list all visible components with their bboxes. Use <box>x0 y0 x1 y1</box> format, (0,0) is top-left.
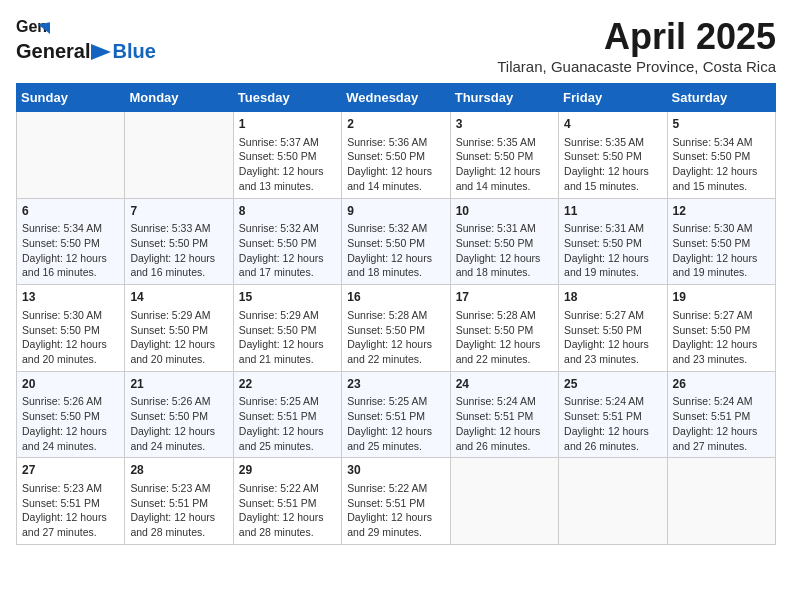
day-number: 27 <box>22 462 119 479</box>
day-info: Sunrise: 5:24 AM Sunset: 5:51 PM Dayligh… <box>564 394 661 453</box>
calendar-cell: 1Sunrise: 5:37 AM Sunset: 5:50 PM Daylig… <box>233 112 341 199</box>
day-info: Sunrise: 5:26 AM Sunset: 5:50 PM Dayligh… <box>22 394 119 453</box>
day-info: Sunrise: 5:26 AM Sunset: 5:50 PM Dayligh… <box>130 394 227 453</box>
day-number: 22 <box>239 376 336 393</box>
calendar-cell: 20Sunrise: 5:26 AM Sunset: 5:50 PM Dayli… <box>17 371 125 458</box>
day-info: Sunrise: 5:35 AM Sunset: 5:50 PM Dayligh… <box>456 135 553 194</box>
month-title: April 2025 <box>497 16 776 58</box>
day-info: Sunrise: 5:31 AM Sunset: 5:50 PM Dayligh… <box>564 221 661 280</box>
day-number: 3 <box>456 116 553 133</box>
day-info: Sunrise: 5:35 AM Sunset: 5:50 PM Dayligh… <box>564 135 661 194</box>
day-number: 18 <box>564 289 661 306</box>
logo: General General Blue <box>16 16 156 63</box>
day-info: Sunrise: 5:22 AM Sunset: 5:51 PM Dayligh… <box>239 481 336 540</box>
title-block: April 2025 Tilaran, Guanacaste Province,… <box>497 16 776 75</box>
calendar-cell: 19Sunrise: 5:27 AM Sunset: 5:50 PM Dayli… <box>667 285 775 372</box>
day-number: 26 <box>673 376 770 393</box>
column-header-thursday: Thursday <box>450 84 558 112</box>
day-number: 12 <box>673 203 770 220</box>
day-info: Sunrise: 5:22 AM Sunset: 5:51 PM Dayligh… <box>347 481 444 540</box>
logo-arrow-icon <box>91 44 111 60</box>
calendar-week-3: 13Sunrise: 5:30 AM Sunset: 5:50 PM Dayli… <box>17 285 776 372</box>
calendar-cell: 25Sunrise: 5:24 AM Sunset: 5:51 PM Dayli… <box>559 371 667 458</box>
calendar-cell <box>125 112 233 199</box>
day-number: 19 <box>673 289 770 306</box>
day-number: 11 <box>564 203 661 220</box>
calendar-cell: 6Sunrise: 5:34 AM Sunset: 5:50 PM Daylig… <box>17 198 125 285</box>
day-info: Sunrise: 5:36 AM Sunset: 5:50 PM Dayligh… <box>347 135 444 194</box>
column-header-monday: Monday <box>125 84 233 112</box>
day-number: 8 <box>239 203 336 220</box>
calendar-cell <box>559 458 667 545</box>
day-info: Sunrise: 5:34 AM Sunset: 5:50 PM Dayligh… <box>22 221 119 280</box>
calendar-cell: 14Sunrise: 5:29 AM Sunset: 5:50 PM Dayli… <box>125 285 233 372</box>
day-info: Sunrise: 5:25 AM Sunset: 5:51 PM Dayligh… <box>239 394 336 453</box>
day-info: Sunrise: 5:25 AM Sunset: 5:51 PM Dayligh… <box>347 394 444 453</box>
day-info: Sunrise: 5:34 AM Sunset: 5:50 PM Dayligh… <box>673 135 770 194</box>
day-number: 15 <box>239 289 336 306</box>
day-info: Sunrise: 5:24 AM Sunset: 5:51 PM Dayligh… <box>456 394 553 453</box>
calendar-cell: 18Sunrise: 5:27 AM Sunset: 5:50 PM Dayli… <box>559 285 667 372</box>
logo-blue-text: Blue <box>112 40 155 63</box>
calendar-week-1: 1Sunrise: 5:37 AM Sunset: 5:50 PM Daylig… <box>17 112 776 199</box>
calendar-cell: 9Sunrise: 5:32 AM Sunset: 5:50 PM Daylig… <box>342 198 450 285</box>
location-title: Tilaran, Guanacaste Province, Costa Rica <box>497 58 776 75</box>
calendar-table: SundayMondayTuesdayWednesdayThursdayFrid… <box>16 83 776 545</box>
day-info: Sunrise: 5:29 AM Sunset: 5:50 PM Dayligh… <box>130 308 227 367</box>
day-number: 17 <box>456 289 553 306</box>
calendar-cell: 11Sunrise: 5:31 AM Sunset: 5:50 PM Dayli… <box>559 198 667 285</box>
day-info: Sunrise: 5:32 AM Sunset: 5:50 PM Dayligh… <box>239 221 336 280</box>
calendar-cell <box>17 112 125 199</box>
column-header-saturday: Saturday <box>667 84 775 112</box>
calendar-cell <box>450 458 558 545</box>
calendar-cell: 2Sunrise: 5:36 AM Sunset: 5:50 PM Daylig… <box>342 112 450 199</box>
day-info: Sunrise: 5:29 AM Sunset: 5:50 PM Dayligh… <box>239 308 336 367</box>
calendar-week-2: 6Sunrise: 5:34 AM Sunset: 5:50 PM Daylig… <box>17 198 776 285</box>
calendar-header-row: SundayMondayTuesdayWednesdayThursdayFrid… <box>17 84 776 112</box>
calendar-cell: 7Sunrise: 5:33 AM Sunset: 5:50 PM Daylig… <box>125 198 233 285</box>
page-header: General General Blue April 2025 Tilaran,… <box>16 16 776 75</box>
day-number: 14 <box>130 289 227 306</box>
calendar-cell: 30Sunrise: 5:22 AM Sunset: 5:51 PM Dayli… <box>342 458 450 545</box>
logo-general-text: General <box>16 40 90 63</box>
day-info: Sunrise: 5:24 AM Sunset: 5:51 PM Dayligh… <box>673 394 770 453</box>
day-info: Sunrise: 5:23 AM Sunset: 5:51 PM Dayligh… <box>130 481 227 540</box>
calendar-week-4: 20Sunrise: 5:26 AM Sunset: 5:50 PM Dayli… <box>17 371 776 458</box>
calendar-cell: 29Sunrise: 5:22 AM Sunset: 5:51 PM Dayli… <box>233 458 341 545</box>
day-number: 25 <box>564 376 661 393</box>
day-info: Sunrise: 5:27 AM Sunset: 5:50 PM Dayligh… <box>564 308 661 367</box>
day-number: 13 <box>22 289 119 306</box>
calendar-cell: 3Sunrise: 5:35 AM Sunset: 5:50 PM Daylig… <box>450 112 558 199</box>
day-info: Sunrise: 5:37 AM Sunset: 5:50 PM Dayligh… <box>239 135 336 194</box>
day-number: 20 <box>22 376 119 393</box>
calendar-cell: 10Sunrise: 5:31 AM Sunset: 5:50 PM Dayli… <box>450 198 558 285</box>
day-info: Sunrise: 5:27 AM Sunset: 5:50 PM Dayligh… <box>673 308 770 367</box>
day-info: Sunrise: 5:33 AM Sunset: 5:50 PM Dayligh… <box>130 221 227 280</box>
day-number: 23 <box>347 376 444 393</box>
calendar-cell: 23Sunrise: 5:25 AM Sunset: 5:51 PM Dayli… <box>342 371 450 458</box>
calendar-cell: 16Sunrise: 5:28 AM Sunset: 5:50 PM Dayli… <box>342 285 450 372</box>
calendar-cell: 27Sunrise: 5:23 AM Sunset: 5:51 PM Dayli… <box>17 458 125 545</box>
day-number: 6 <box>22 203 119 220</box>
calendar-cell: 26Sunrise: 5:24 AM Sunset: 5:51 PM Dayli… <box>667 371 775 458</box>
day-number: 7 <box>130 203 227 220</box>
day-info: Sunrise: 5:28 AM Sunset: 5:50 PM Dayligh… <box>347 308 444 367</box>
calendar-cell: 13Sunrise: 5:30 AM Sunset: 5:50 PM Dayli… <box>17 285 125 372</box>
day-number: 24 <box>456 376 553 393</box>
day-number: 28 <box>130 462 227 479</box>
calendar-cell: 8Sunrise: 5:32 AM Sunset: 5:50 PM Daylig… <box>233 198 341 285</box>
day-info: Sunrise: 5:32 AM Sunset: 5:50 PM Dayligh… <box>347 221 444 280</box>
day-info: Sunrise: 5:30 AM Sunset: 5:50 PM Dayligh… <box>673 221 770 280</box>
calendar-cell <box>667 458 775 545</box>
day-info: Sunrise: 5:31 AM Sunset: 5:50 PM Dayligh… <box>456 221 553 280</box>
day-number: 1 <box>239 116 336 133</box>
calendar-cell: 24Sunrise: 5:24 AM Sunset: 5:51 PM Dayli… <box>450 371 558 458</box>
calendar-cell: 21Sunrise: 5:26 AM Sunset: 5:50 PM Dayli… <box>125 371 233 458</box>
day-number: 2 <box>347 116 444 133</box>
calendar-cell: 17Sunrise: 5:28 AM Sunset: 5:50 PM Dayli… <box>450 285 558 372</box>
column-header-tuesday: Tuesday <box>233 84 341 112</box>
day-number: 4 <box>564 116 661 133</box>
day-number: 5 <box>673 116 770 133</box>
column-header-sunday: Sunday <box>17 84 125 112</box>
calendar-week-5: 27Sunrise: 5:23 AM Sunset: 5:51 PM Dayli… <box>17 458 776 545</box>
